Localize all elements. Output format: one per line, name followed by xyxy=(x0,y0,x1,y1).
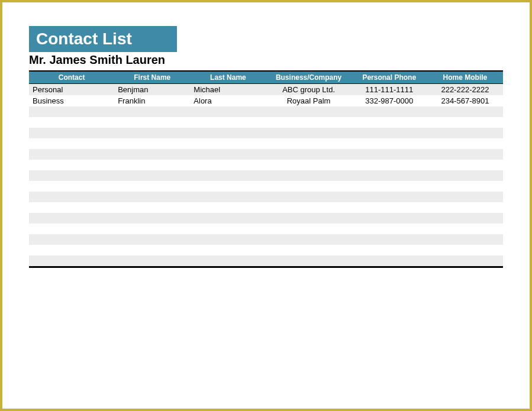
table-row-empty xyxy=(29,138,503,149)
cell-contact: Personal xyxy=(29,84,114,96)
table-row-empty xyxy=(29,234,503,245)
cell-last-name: Alora xyxy=(190,95,266,106)
table-row-empty xyxy=(29,149,503,160)
table-row-empty xyxy=(29,255,503,266)
table-row-empty xyxy=(29,128,503,138)
cell-company: ABC group Ltd. xyxy=(266,84,351,96)
col-header-phone: Personal Phone xyxy=(352,71,427,84)
page-title: Contact List xyxy=(29,26,177,52)
table-row-empty xyxy=(29,117,503,128)
table-row: PersonalBenjmanMichaelABC group Ltd.111-… xyxy=(29,84,503,96)
table-row-empty xyxy=(29,213,503,224)
table-row-empty xyxy=(29,224,503,234)
table-row-empty xyxy=(29,202,503,213)
col-header-contact: Contact xyxy=(29,71,114,84)
table-row: BusinessFranklinAloraRoyaal Palm332-987-… xyxy=(29,95,503,106)
cell-last-name: Michael xyxy=(190,84,266,96)
table-header-row: Contact First Name Last Name Business/Co… xyxy=(29,71,503,84)
cell-phone: 332-987-0000 xyxy=(352,95,427,106)
cell-first-name: Benjman xyxy=(114,84,190,96)
cell-phone: 111-111-1111 xyxy=(352,84,427,96)
table-row-empty xyxy=(29,245,503,255)
page-subtitle: Mr. James Smith Lauren xyxy=(29,53,503,67)
cell-mobile: 234-567-8901 xyxy=(427,95,503,106)
cell-mobile: 222-222-2222 xyxy=(427,84,503,96)
col-header-mobile: Home Mobile xyxy=(427,71,503,84)
col-header-first-name: First Name xyxy=(114,71,190,84)
cell-first-name: Franklin xyxy=(114,95,190,106)
cell-contact: Business xyxy=(29,95,114,106)
col-header-company: Business/Company xyxy=(266,71,351,84)
col-header-last-name: Last Name xyxy=(190,71,266,84)
table-row-empty xyxy=(29,160,503,170)
cell-company: Royaal Palm xyxy=(266,95,351,106)
table-row-empty xyxy=(29,170,503,181)
contact-table: Contact First Name Last Name Business/Co… xyxy=(29,70,503,266)
table-row-empty xyxy=(29,192,503,202)
table-row-empty xyxy=(29,106,503,117)
table-bottom-rule xyxy=(29,266,503,268)
table-row-empty xyxy=(29,181,503,192)
